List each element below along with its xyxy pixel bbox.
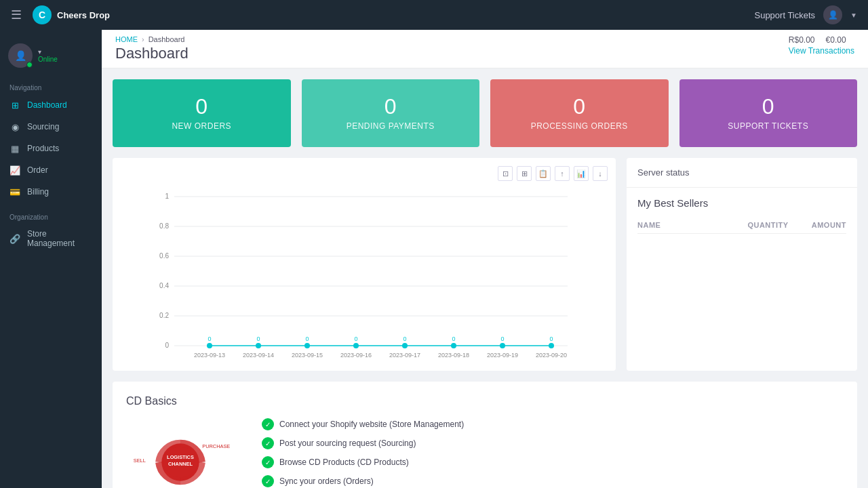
right-panel: Server status My Best Sellers NAME QUANT…	[627, 158, 857, 371]
logo-area: Cheers Drop	[33, 5, 110, 24]
svg-text:SELL: SELL	[134, 458, 146, 464]
page-header: HOME › Dashboard Dashboard R$0.00 €0.00 …	[102, 30, 868, 68]
sidebar-item-order[interactable]: 📈 Order	[0, 159, 102, 181]
svg-text:0: 0	[500, 336, 504, 342]
check-item-0: ✓ Connect your Shopify website (Store Ma…	[262, 418, 464, 430]
sidebar-item-billing[interactable]: 💳 Billing	[0, 181, 102, 203]
server-status-title: Server status	[637, 167, 846, 178]
check-icon-2: ✓	[262, 456, 274, 468]
svg-text:0: 0	[256, 336, 260, 342]
svg-text:0: 0	[403, 336, 406, 342]
chart-ctrl-2[interactable]: ⊞	[517, 166, 532, 181]
sidebar-item-label-order: Order	[27, 165, 48, 175]
user-section: 👤 ▾ Online	[0, 38, 102, 79]
check-label-3: Sync your orders (Orders)	[279, 476, 374, 486]
cd-basics-title: CD Basics	[126, 395, 844, 407]
sidebar-item-dashboard[interactable]: ⊞ Dashboard	[0, 94, 102, 116]
sidebar-item-store-management[interactable]: 🔗 Store Management	[0, 224, 102, 253]
breadcrumb-current: Dashboard	[149, 35, 185, 43]
svg-text:2023-09-13: 2023-09-13	[194, 352, 225, 359]
svg-text:0: 0	[165, 342, 169, 349]
svg-text:2023-09-20: 2023-09-20	[536, 352, 567, 359]
check-icon-1: ✓	[262, 437, 274, 449]
cd-basics-section: CD Basics LOGISTICS CHANNEL PURCHASE SEL…	[113, 382, 857, 488]
server-status-section: Server status	[627, 158, 857, 188]
sidebar-item-label-dashboard: Dashboard	[27, 100, 67, 110]
new-orders-number: 0	[123, 96, 280, 117]
stat-card-support: 0 SUPPORT TICKETS	[679, 79, 858, 147]
svg-text:1: 1	[165, 192, 169, 200]
page-title: Dashboard	[115, 45, 189, 62]
chart-svg: 1 0.8 0.6 0.4 0.2 0	[121, 186, 608, 363]
svg-text:0: 0	[452, 336, 455, 342]
processing-label: PROCESSING ORDERS	[501, 121, 658, 131]
support-tickets-nav-link[interactable]: Support Tickets	[754, 10, 815, 20]
sourcing-icon: ◉	[9, 121, 20, 132]
chart-area: 1 0.8 0.6 0.4 0.2 0	[121, 186, 608, 363]
pending-label: PENDING PAYMENTS	[313, 121, 469, 131]
breadcrumb-separator: ›	[142, 35, 144, 43]
col-quantity-header: QUANTITY	[742, 221, 794, 229]
avatar-container: 👤	[8, 43, 33, 68]
view-transactions-link[interactable]: View Transactions	[789, 46, 854, 56]
svg-text:0.6: 0.6	[159, 252, 169, 260]
svg-point-16	[304, 343, 310, 348]
chart-ctrl-3[interactable]: 📋	[536, 166, 551, 181]
cd-checklist: ✓ Connect your Shopify website (Store Ma…	[262, 418, 464, 488]
svg-text:0: 0	[208, 336, 211, 342]
stat-card-pending: 0 PENDING PAYMENTS	[302, 79, 480, 147]
check-icon-0: ✓	[262, 418, 274, 430]
processing-number: 0	[501, 96, 658, 117]
sidebar-item-sourcing[interactable]: ◉ Sourcing	[0, 116, 102, 138]
svg-text:0: 0	[549, 336, 553, 342]
store-management-icon: 🔗	[9, 233, 20, 244]
stat-card-processing: 0 PROCESSING ORDERS	[490, 79, 669, 147]
check-icon-3: ✓	[262, 475, 274, 487]
svg-point-14	[256, 343, 261, 348]
chart-ctrl-5[interactable]: 📊	[574, 166, 589, 181]
svg-text:2023-09-17: 2023-09-17	[389, 352, 420, 359]
svg-text:2023-09-18: 2023-09-18	[438, 352, 469, 359]
svg-point-20	[402, 343, 408, 348]
col-amount-header: AMOUNT	[794, 221, 846, 229]
chart-ctrl-1[interactable]: ⊡	[498, 166, 513, 181]
navbar-left: ☰ Cheers Drop	[11, 5, 110, 24]
balance-row: R$0.00 €0.00	[789, 35, 854, 45]
svg-text:0.4: 0.4	[159, 282, 169, 289]
main-layout: 👤 ▾ Online Navigation ⊞ Dashboard ◉ Sour…	[0, 30, 868, 488]
stats-row: 0 NEW ORDERS 0 PENDING PAYMENTS 0 PROCES…	[102, 68, 868, 158]
sidebar-item-label-store: Store Management	[27, 229, 92, 248]
check-label-1: Post your sourcing request (Sourcing)	[279, 439, 416, 448]
cd-diagram: LOGISTICS CHANNEL PURCHASE SELL STORE/YO…	[126, 422, 235, 488]
user-info: ▾ Online	[38, 48, 58, 63]
svg-text:0.8: 0.8	[159, 222, 169, 230]
svg-text:2023-09-14: 2023-09-14	[243, 352, 274, 359]
chart-ctrl-4[interactable]: ↑	[555, 166, 570, 181]
check-item-3: ✓ Sync your orders (Orders)	[262, 475, 464, 487]
support-label: SUPPORT TICKETS	[690, 121, 847, 131]
hamburger-icon[interactable]: ☰	[11, 7, 22, 22]
order-icon: 📈	[9, 165, 20, 176]
breadcrumb: HOME › Dashboard	[115, 35, 189, 43]
user-avatar-nav[interactable]: 👤	[823, 5, 842, 24]
cd-basics-content: LOGISTICS CHANNEL PURCHASE SELL STORE/YO…	[126, 418, 844, 488]
billing-icon: 💳	[9, 186, 20, 197]
online-dot	[26, 62, 33, 68]
stat-card-new-orders: 0 NEW ORDERS	[113, 79, 291, 147]
navbar-right: Support Tickets 👤 ▼	[754, 5, 857, 24]
best-sellers-section: My Best Sellers NAME QUANTITY AMOUNT	[627, 188, 857, 243]
sidebar-item-label-billing: Billing	[27, 187, 49, 197]
dashboard-icon: ⊞	[9, 100, 20, 110]
header-left: HOME › Dashboard Dashboard	[115, 35, 189, 62]
chart-ctrl-6[interactable]: ↓	[593, 166, 608, 181]
col-name-header: NAME	[637, 221, 742, 229]
breadcrumb-home[interactable]: HOME	[115, 35, 138, 43]
best-sellers-header: NAME QUANTITY AMOUNT	[637, 217, 846, 234]
sidebar: 👤 ▾ Online Navigation ⊞ Dashboard ◉ Sour…	[0, 30, 102, 488]
check-label-0: Connect your Shopify website (Store Mana…	[279, 420, 464, 429]
content-grid: ⊡ ⊞ 📋 ↑ 📊 ↓ 1 0.8 0.6 0.4 0.2 0	[102, 158, 868, 382]
balance-eur: €0.00	[826, 35, 846, 45]
sidebar-item-label-products: Products	[27, 144, 59, 153]
sidebar-item-products[interactable]: ▦ Products	[0, 138, 102, 159]
balance-brl: R$0.00	[789, 35, 815, 45]
